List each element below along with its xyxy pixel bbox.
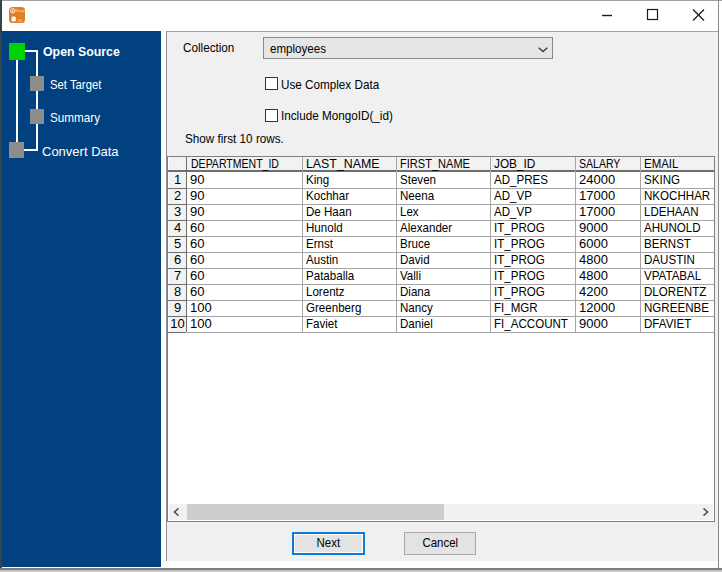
svg-text:Mongo: Mongo: [16, 9, 25, 13]
svg-text:DB: DB: [17, 19, 21, 23]
